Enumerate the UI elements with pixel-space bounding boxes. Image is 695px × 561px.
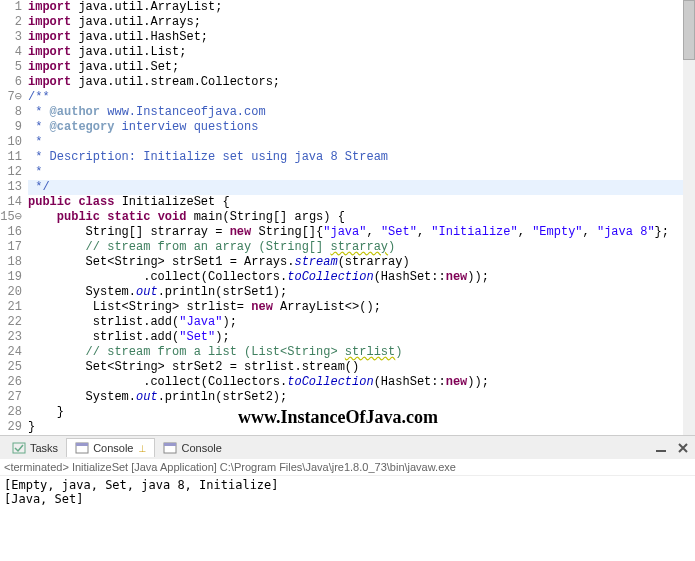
code-content: List<String> strlist= new ArrayList<>(); — [28, 300, 695, 315]
code-content: String[] strarray = new String[]{"java",… — [28, 225, 695, 240]
terminated-label: <terminated> — [4, 461, 69, 473]
code-line[interactable]: 24 // stream from a list (List<String> s… — [0, 345, 695, 360]
code-line[interactable]: 20 System.out.println(strSet1); — [0, 285, 695, 300]
code-content: // stream from a list (List<String> strl… — [28, 345, 695, 360]
code-content: import java.util.ArrayList; — [28, 0, 695, 15]
code-line[interactable]: 23 strlist.add("Set"); — [0, 330, 695, 345]
line-number: 11 — [0, 150, 28, 165]
line-number: 8 — [0, 105, 28, 120]
line-number: 14 — [0, 195, 28, 210]
tasks-icon — [12, 441, 26, 455]
line-number: 1 — [0, 0, 28, 15]
code-line[interactable]: 3import java.util.HashSet; — [0, 30, 695, 45]
line-number: 15⊖ — [0, 210, 28, 225]
code-line[interactable]: 6import java.util.stream.Collectors; — [0, 75, 695, 90]
line-number: 23 — [0, 330, 28, 345]
console-output[interactable]: [Empty, java, Set, java 8, Initialize] [… — [0, 476, 695, 516]
code-line[interactable]: 2import java.util.Arrays; — [0, 15, 695, 30]
code-line[interactable]: 29} — [0, 420, 695, 435]
code-content: * @category interview questions — [28, 120, 695, 135]
line-number: 24 — [0, 345, 28, 360]
line-number: 28 — [0, 405, 28, 420]
line-number: 13 — [0, 180, 28, 195]
code-content: strlist.add("Set"); — [28, 330, 695, 345]
code-line[interactable]: 13 */ — [0, 180, 695, 195]
code-content: Set<String> strSet1 = Arrays.stream(stra… — [28, 255, 695, 270]
code-content: import java.util.HashSet; — [28, 30, 695, 45]
line-number: 27 — [0, 390, 28, 405]
code-content: import java.util.Set; — [28, 60, 695, 75]
code-line[interactable]: 16 String[] strarray = new String[]{"jav… — [0, 225, 695, 240]
line-number: 19 — [0, 270, 28, 285]
code-content: import java.util.List; — [28, 45, 695, 60]
line-number: 3 — [0, 30, 28, 45]
code-line[interactable]: 17 // stream from an array (String[] str… — [0, 240, 695, 255]
code-line[interactable]: 22 strlist.add("Java"); — [0, 315, 695, 330]
minimize-icon[interactable] — [653, 440, 669, 456]
code-line[interactable]: 27 System.out.println(strSet2); — [0, 390, 695, 405]
code-line[interactable]: 15⊖ public static void main(String[] arg… — [0, 210, 695, 225]
line-number: 17 — [0, 240, 28, 255]
close-icon[interactable] — [675, 440, 691, 456]
console-line: [Java, Set] — [4, 492, 691, 506]
line-number: 5 — [0, 60, 28, 75]
code-line[interactable]: 5import java.util.Set; — [0, 60, 695, 75]
line-number: 29 — [0, 420, 28, 435]
pin-icon[interactable]: ⟂ — [139, 442, 146, 454]
line-number: 10 — [0, 135, 28, 150]
code-content: * — [28, 165, 695, 180]
code-content: /** — [28, 90, 695, 105]
line-number: 6 — [0, 75, 28, 90]
tab-console-inactive[interactable]: Console — [155, 439, 229, 457]
line-number: 18 — [0, 255, 28, 270]
line-number: 7⊖ — [0, 90, 28, 105]
tab-label: Console — [93, 442, 133, 454]
code-editor[interactable]: 1import java.util.ArrayList;2import java… — [0, 0, 695, 435]
code-content: import java.util.stream.Collectors; — [28, 75, 695, 90]
code-content: // stream from an array (String[] strarr… — [28, 240, 695, 255]
code-content: * — [28, 135, 695, 150]
line-number: 9 — [0, 120, 28, 135]
code-content: .collect(Collectors.toCollection(HashSet… — [28, 270, 695, 285]
line-number: 25 — [0, 360, 28, 375]
console-icon — [163, 441, 177, 455]
code-line[interactable]: 18 Set<String> strSet1 = Arrays.stream(s… — [0, 255, 695, 270]
tab-label: Tasks — [30, 442, 58, 454]
tab-label: Console — [181, 442, 221, 454]
code-line[interactable]: 1import java.util.ArrayList; — [0, 0, 695, 15]
tab-tasks[interactable]: Tasks — [4, 439, 66, 457]
code-line[interactable]: 26 .collect(Collectors.toCollection(Hash… — [0, 375, 695, 390]
code-line[interactable]: 8 * @author www.Instanceofjava.com — [0, 105, 695, 120]
console-line: [Empty, java, Set, java 8, Initialize] — [4, 478, 691, 492]
code-line[interactable]: 11 * Description: Initialize set using j… — [0, 150, 695, 165]
line-number: 16 — [0, 225, 28, 240]
svg-rect-5 — [656, 450, 666, 452]
code-content: public static void main(String[] args) { — [28, 210, 695, 225]
code-line[interactable]: 14public class InitializeSet { — [0, 195, 695, 210]
code-content: */ — [28, 180, 695, 195]
tab-console-active[interactable]: Console ⟂ — [66, 438, 155, 457]
line-number: 26 — [0, 375, 28, 390]
code-line[interactable]: 4import java.util.List; — [0, 45, 695, 60]
code-line[interactable]: 10 * — [0, 135, 695, 150]
line-number: 21 — [0, 300, 28, 315]
scrollbar-thumb[interactable] — [683, 0, 695, 60]
code-line[interactable]: 12 * — [0, 165, 695, 180]
code-content: } — [28, 405, 695, 420]
code-line[interactable]: 28 } — [0, 405, 695, 420]
code-line[interactable]: 25 Set<String> strSet2 = strlist.stream(… — [0, 360, 695, 375]
svg-rect-2 — [76, 443, 88, 446]
code-content: Set<String> strSet2 = strlist.stream() — [28, 360, 695, 375]
code-content: } — [28, 420, 695, 435]
line-number: 12 — [0, 165, 28, 180]
line-number: 4 — [0, 45, 28, 60]
code-line[interactable]: 21 List<String> strlist= new ArrayList<>… — [0, 300, 695, 315]
code-line[interactable]: 7⊖/** — [0, 90, 695, 105]
code-line[interactable]: 9 * @category interview questions — [0, 120, 695, 135]
svg-rect-4 — [164, 443, 176, 446]
code-content: .collect(Collectors.toCollection(HashSet… — [28, 375, 695, 390]
editor-scrollbar[interactable] — [683, 0, 695, 435]
code-line[interactable]: 19 .collect(Collectors.toCollection(Hash… — [0, 270, 695, 285]
code-content: System.out.println(strSet2); — [28, 390, 695, 405]
line-number: 2 — [0, 15, 28, 30]
